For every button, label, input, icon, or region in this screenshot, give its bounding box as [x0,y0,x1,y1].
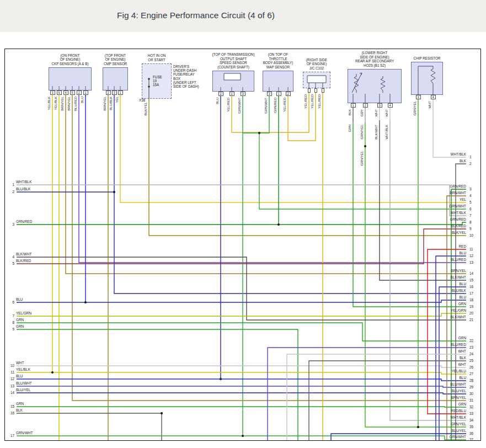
right-row-label: BLU/YEL [452,389,466,393]
right-row-label: GRN [458,302,466,306]
right-row-number: 36 [469,431,473,435]
left-row-label: BLK [16,408,23,412]
right-row-label: BLU [460,282,466,286]
left-row-label: BLK/WHT [16,252,31,256]
map-sensor-wire-label: GRN/WHT [264,98,268,114]
right-row-label: BLU [460,295,466,299]
caption-line: OUTPUT SHAFT [212,57,255,61]
left-row-number: 17 [7,434,14,438]
right-row-label: BLU/RED [451,343,466,346]
right-row-label: WHT [458,362,466,366]
caption-line: CHIP RESISTOR [414,56,441,60]
left-row-number: 14 [7,391,14,394]
left-row-label: GRN/RED [16,220,32,223]
left-row-number: 7 [7,314,14,318]
left-row-number: 9 [7,327,14,331]
right-row-number: 31 [469,398,473,402]
caption-line: CMP SENSOR [104,62,127,66]
right-row-label: BLK [460,159,466,163]
right-row-number: 18 [469,298,473,302]
left-row-number: 3 [7,222,14,226]
left-row-label: YEL/BLK [16,367,30,371]
left-row-number: 16 [7,411,14,415]
chip-resistor-wire-label: GRN/YEL [413,101,416,115]
text-labels-layer: (ON FRONTOF ENGINE)CKP SENSORS (A & B)YE… [0,0,486,448]
right-row-label: BLK [460,356,466,360]
right-row-number: 34 [469,418,473,422]
right-row-number: 1 [469,155,472,159]
caption-line: J/C C102 [306,66,327,70]
right-row-label: BRN/YEL [451,396,466,399]
caption-line: (RIGHT SIDE [306,58,327,62]
cmp-sensor-wire-label: BLU/BLK [109,97,113,110]
jc-c102-caption: (RIGHT SIDEOF ENGINE)J/C C102 [306,58,327,70]
caption-line: REAR A/F SECONDARY [355,59,394,63]
right-row-label: WHT/BLK [451,211,466,215]
rear-af-ho2s-wire-label: WHT [385,109,388,117]
right-row-number: 11 [469,247,473,251]
right-row-label: GRN [458,402,466,406]
right-row-number: 15 [469,278,473,282]
caption-line: MAP SENSOR [263,65,293,69]
ckp-sensors-wire-label: BRN/YEL [67,97,71,111]
right-row-number: 23 [469,345,473,349]
ckp-sensors-wire-label: YEL/BLK [54,97,57,110]
left-row-label: GRN [16,402,24,406]
map-sensor-wire-label: YEL/RED [283,98,286,112]
left-row-number: 10 [7,364,14,367]
output-shaft-speed-sensor-caption: (TOP OF TRANSMISSION)OUTPUT SHAFTSPEED S… [212,52,255,69]
note-line: 19 [153,79,162,83]
left-row-label: BLU [16,297,23,301]
right-row-label: GRN/RED [450,217,466,221]
right-row-label: GRN/RED [450,184,466,188]
right-row-label: RED [459,244,467,248]
right-row-number: 17 [469,291,473,295]
left-row-label: WHT [16,361,24,365]
right-row-number: 35 [469,425,473,429]
rear-af-ho2s-wire-label: BLK [348,109,351,115]
caption-line: (LOWER RIGHT [355,51,394,55]
left-row-label: BLU/WHT [16,381,32,385]
caption-line: (COUNTER SHAFT) [212,65,255,69]
cmp-sensor-wire-label: YEL [115,97,119,103]
note-line: DRIVER'S [173,65,199,68]
right-row-label: BLK/WHT [451,315,466,319]
rear-af-ho2s-wire-label-2: GRN/YEL [360,125,364,139]
right-row-label: BLK/RED [451,224,466,228]
caption-line: THROTTLE [263,57,293,61]
left-row-label: WHT/BLK [16,180,31,184]
left-row-label: BLK/RED [16,259,31,263]
rear-af-ho2s-caption: (LOWER RIGHTSIDE OF ENGINE)REAR A/F SECO… [355,51,394,67]
right-row-label: YEL/GRN [451,308,466,312]
note-line: UNDER-DASH [173,68,199,72]
right-row-label: WHT [458,349,466,353]
caption-line: OF ENGINE) [51,57,88,61]
right-row-label: BLU/WHT [450,382,466,386]
left-row-label: GRN [16,318,24,322]
jc-c102-wire-label: YEL/RED [304,94,307,109]
left-row-number: 4 [7,255,14,259]
note-line: 15A [153,83,162,87]
caption-line: SPEED SENSOR [212,61,255,65]
caption-line: (ON TOP OF [263,52,293,56]
left-row-label: BLU [16,374,23,378]
right-row-number: 27 [469,372,473,376]
ckp-sensors-wire-label: BRN/YEL [61,97,64,111]
note-line: SIDE OF DASH) [173,84,199,88]
rear-af-ho2s-wire-label-2: BLK/WHT [375,125,378,140]
note-line: FUSE/RELAY [173,72,199,76]
caption-line: HO2S (B1 S2) [355,63,394,67]
ckp-sensors-wire-label: BLU/RED [74,97,77,111]
right-row-label: GRN/WHT [449,435,466,439]
left-row-number: 2 [7,190,14,194]
left-row-label: YEL/GRN [16,311,31,315]
caption-line: OF ENGINE) [104,57,127,61]
right-row-number: 14 [469,271,473,275]
fuse-box-caption: HOT IN ONOR START [148,54,165,62]
chip-resistor-wire-label: WHT [428,101,431,109]
right-row-number: 3 [469,187,472,191]
right-row-label: YEL/BLU [452,369,466,373]
left-row-number: 15 [7,404,14,408]
right-row-number: 10 [469,233,473,237]
left-row-label: BLU/YEL [16,388,30,392]
